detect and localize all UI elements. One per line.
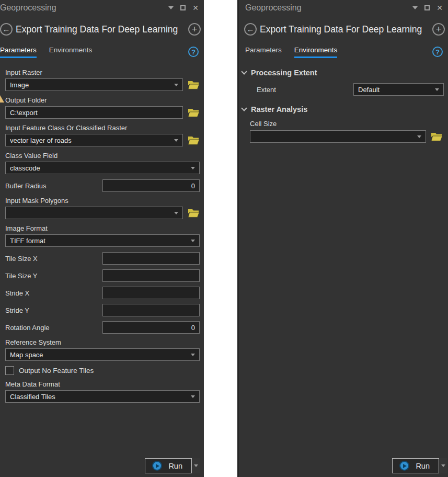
- folder-icon: [188, 108, 200, 118]
- class-value-field-combobox[interactable]: classcode: [5, 162, 200, 174]
- image-format-combobox[interactable]: TIFF format: [5, 234, 200, 247]
- tool-header: ← Export Training Data For Deep Learning…: [239, 16, 448, 37]
- field-label: Meta Data Format: [5, 380, 200, 388]
- field-label: Rotation Angle: [5, 324, 102, 332]
- back-arrow-icon: ←: [3, 25, 10, 33]
- field-stride-y: Stride Y: [5, 304, 200, 316]
- help-button[interactable]: ?: [432, 47, 443, 57]
- input-mask-polygons-combobox[interactable]: [5, 207, 183, 219]
- plus-icon: +: [191, 24, 197, 34]
- float-window-icon[interactable]: [180, 5, 186, 10]
- input-mask-polygons-browse-button[interactable]: [187, 208, 200, 218]
- cell-size-browse-button[interactable]: [430, 131, 443, 142]
- field-label: Stride X: [5, 289, 102, 297]
- pane-menu-caret-icon[interactable]: [168, 6, 174, 9]
- output-folder-browse-button[interactable]: [187, 107, 200, 118]
- chevron-down-icon: [174, 84, 178, 86]
- input-raster-combobox[interactable]: Image: [5, 78, 183, 91]
- chevron-down-icon: [417, 135, 421, 138]
- close-icon[interactable]: ✕: [192, 4, 199, 12]
- reference-system-combobox[interactable]: Map space: [5, 348, 200, 361]
- combo-value: TIFF format: [10, 237, 191, 245]
- output-no-feature-tiles-checkbox[interactable]: [5, 366, 14, 375]
- combo-value: classcode: [10, 164, 191, 172]
- input-raster-browse-button[interactable]: [187, 80, 200, 90]
- pane-title: Geoprocessing: [245, 3, 412, 13]
- extent-combobox[interactable]: Default: [353, 83, 444, 96]
- meta-data-format-combobox[interactable]: Classified Tiles: [5, 390, 200, 403]
- field-class-value-field: Class Value Field classcode: [5, 152, 200, 174]
- float-window-icon[interactable]: [424, 5, 430, 10]
- field-label: Tile Size Y: [5, 272, 102, 280]
- warning-icon: [0, 95, 4, 103]
- chevron-down-icon: [174, 212, 178, 214]
- tile-size-y-input[interactable]: [102, 269, 200, 282]
- input-feature-class-combobox[interactable]: vector layer of roads: [5, 134, 183, 146]
- close-icon[interactable]: ✕: [436, 4, 443, 12]
- geoprocessing-pane-environments: Geoprocessing ✕ ← Export Training Data F…: [237, 0, 448, 477]
- cell-size-combobox[interactable]: [250, 130, 426, 143]
- section-title: Processing Extent: [251, 69, 317, 77]
- tab-environments[interactable]: Environments: [294, 46, 338, 58]
- tile-size-x-input[interactable]: [102, 252, 200, 265]
- chevron-down-icon: [191, 240, 195, 242]
- tool-title: Export Training Data For Deep Learning: [260, 24, 429, 35]
- pane-menu-caret-icon[interactable]: [412, 6, 418, 9]
- folder-icon: [188, 208, 200, 218]
- input-feature-class-browse-button[interactable]: [187, 135, 200, 145]
- geoprocessing-pane-parameters: Geoprocessing ✕ ← Export Training Data F…: [0, 0, 204, 477]
- tab-parameters[interactable]: Parameters: [245, 46, 282, 58]
- field-tile-size-x: Tile Size X: [5, 252, 200, 265]
- tool-title: Export Training Data For Deep Learning: [16, 24, 185, 35]
- field-label: Tile Size X: [5, 255, 102, 263]
- run-label: Run: [416, 462, 430, 470]
- combo-value: Default: [358, 86, 435, 94]
- output-folder-input[interactable]: [5, 106, 183, 119]
- combo-value: Map space: [10, 351, 191, 359]
- folder-icon: [188, 135, 200, 145]
- run-play-icon: [152, 461, 162, 471]
- question-mark-icon: ?: [191, 48, 196, 56]
- back-arrow-icon: ←: [247, 25, 255, 33]
- field-input-feature-class: Input Feature Class Or Classified Raster…: [5, 124, 200, 146]
- section-processing-extent[interactable]: Processing Extent: [242, 65, 444, 82]
- run-label: Run: [168, 462, 182, 470]
- tab-bar: Parameters Environments ?: [239, 37, 448, 58]
- add-to-new-button[interactable]: +: [188, 23, 201, 36]
- back-button[interactable]: ←: [244, 23, 257, 36]
- run-play-icon: [399, 461, 409, 471]
- environments-form: Processing Extent Extent Default Raster …: [239, 58, 448, 148]
- chevron-down-icon: [441, 464, 445, 467]
- field-reference-system: Reference System Map space: [5, 338, 200, 361]
- pane-title: Geoprocessing: [0, 3, 168, 13]
- combo-value: vector layer of roads: [10, 137, 174, 144]
- chevron-down-icon: [435, 88, 439, 91]
- stride-x-input[interactable]: [102, 287, 200, 299]
- field-label: Stride Y: [5, 306, 102, 314]
- tab-environments[interactable]: Environments: [49, 46, 93, 58]
- chevron-down-icon: [241, 69, 247, 74]
- tab-parameters[interactable]: Parameters: [0, 46, 37, 58]
- buffer-radius-input[interactable]: [102, 179, 200, 192]
- chevron-down-icon: [191, 167, 195, 169]
- question-mark-icon: ?: [435, 48, 440, 56]
- section-raster-analysis[interactable]: Raster Analysis: [242, 102, 444, 119]
- field-rotation-angle: Rotation Angle: [5, 321, 200, 334]
- field-image-format: Image Format TIFF format: [5, 224, 200, 247]
- run-options-arrow[interactable]: [439, 458, 447, 473]
- field-output-folder: Output Folder: [5, 96, 200, 119]
- field-meta-data-format: Meta Data Format Classified Tiles: [5, 380, 200, 403]
- run-button[interactable]: Run: [145, 458, 192, 473]
- run-button[interactable]: Run: [392, 458, 439, 473]
- add-to-new-button[interactable]: +: [432, 23, 445, 36]
- field-input-mask-polygons: Input Mask Polygons: [5, 197, 200, 219]
- folder-icon: [188, 80, 200, 90]
- stride-y-input[interactable]: [102, 304, 200, 316]
- run-options-arrow[interactable]: [192, 458, 200, 473]
- back-button[interactable]: ←: [0, 23, 13, 36]
- chevron-down-icon: [194, 464, 198, 467]
- rotation-angle-input[interactable]: [102, 321, 200, 334]
- help-button[interactable]: ?: [188, 47, 199, 57]
- tab-bar: Parameters Environments ?: [0, 37, 204, 58]
- field-label: Extent: [257, 86, 353, 94]
